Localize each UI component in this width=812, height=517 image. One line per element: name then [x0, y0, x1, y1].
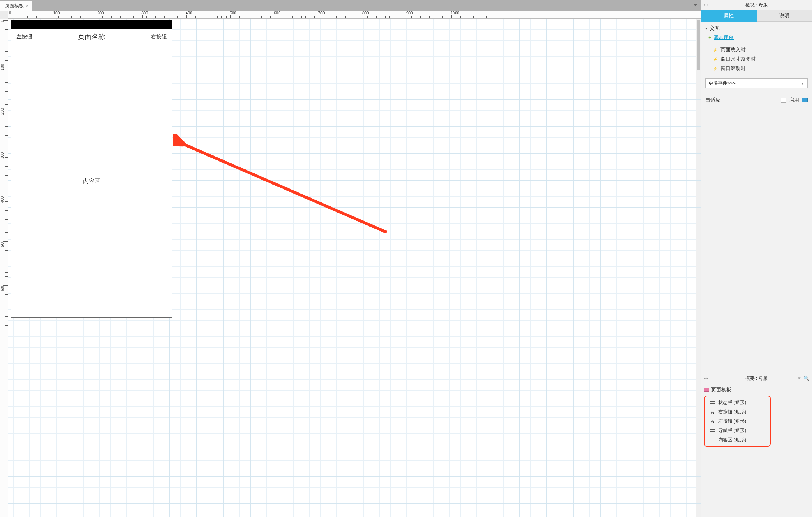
outline-header: ⤢ 概要 : 母版 ▿ 🔍 [701, 373, 812, 383]
inspector-title: 检视 : 母版 [745, 2, 768, 8]
canvas[interactable]: 左按钮 页面名称 右按钮 内容区 [8, 19, 701, 517]
scrollbar-thumb[interactable] [697, 20, 700, 70]
nav-right-button[interactable]: 右按钮 [151, 33, 167, 40]
event-on-window-scroll[interactable]: 窗口滚动时 [713, 64, 808, 73]
text-icon: A [710, 419, 715, 423]
outline-item-nav-bar[interactable]: 导航栏 (矩形) [710, 426, 770, 435]
adaptive-label: 自适应 [705, 97, 720, 103]
expand-icon[interactable]: ⤢ [703, 375, 710, 382]
nav-title[interactable]: 页面名称 [78, 32, 105, 42]
add-case-button[interactable]: + 添加用例 [708, 34, 808, 41]
outline-title: 概要 : 母版 [745, 375, 768, 382]
event-on-window-resize[interactable]: 窗口尺寸改变时 [713, 55, 808, 64]
more-events-dropdown[interactable]: 更多事件>>> ▼ [705, 78, 808, 88]
content-area-shape[interactable]: 内容区 [11, 45, 172, 317]
adaptive-checkbox[interactable] [781, 98, 786, 103]
search-icon[interactable]: 🔍 [803, 376, 809, 381]
outline-root[interactable]: 页面模板 [704, 386, 809, 394]
expand-icon[interactable]: ⤢ [703, 1, 710, 9]
rect-icon [710, 400, 715, 405]
nav-bar-shape[interactable]: 左按钮 页面名称 右按钮 [11, 29, 172, 45]
outline-item-right-button[interactable]: A 右按钮 (矩形) [710, 407, 770, 416]
nav-left-button[interactable]: 左按钮 [16, 33, 32, 40]
tab-page-template[interactable]: 页面模板 × [0, 1, 32, 11]
enable-label: 启用 [789, 97, 799, 103]
annotation-arrow [173, 134, 396, 256]
ruler-vertical[interactable]: 0100200300400500600 [0, 19, 8, 517]
content-label: 内容区 [83, 178, 100, 185]
text-icon: A [710, 410, 715, 414]
status-bar-shape[interactable] [11, 20, 172, 29]
master-icon [704, 388, 709, 392]
ruler-horizontal[interactable]: 01002003004005006007008009001000 [8, 11, 701, 19]
rect-icon [710, 428, 715, 433]
inspector-header: ⤢ 检视 : 母版 [701, 0, 812, 10]
event-icon [713, 66, 718, 71]
filter-icon[interactable]: ▿ [798, 376, 801, 381]
outline-item-left-button[interactable]: A 左按钮 (矩形) [710, 416, 770, 426]
outline-item-content-area[interactable]: 内容区 (矩形) [710, 435, 770, 444]
scrollbar-vertical[interactable] [696, 19, 701, 517]
section-interactions[interactable]: ▾ 交互 [705, 25, 808, 32]
tab-properties[interactable]: 属性 [701, 10, 757, 22]
outline-item-status-bar[interactable]: 状态栏 (矩形) [710, 398, 770, 407]
plus-icon: + [708, 34, 711, 41]
chevron-down-icon: ▾ [705, 26, 708, 31]
chevron-down-icon: ▼ [801, 81, 804, 85]
event-icon [713, 47, 718, 52]
mockup-frame[interactable]: 左按钮 页面名称 右按钮 内容区 [11, 20, 172, 318]
tab-bar: 页面模板 × [0, 0, 701, 11]
event-icon [713, 57, 718, 62]
close-icon[interactable]: × [26, 4, 29, 8]
tab-label: 页面模板 [5, 3, 24, 9]
device-icon[interactable] [802, 98, 808, 102]
tab-notes[interactable]: 说明 [757, 10, 812, 22]
event-on-page-load[interactable]: 页面载入时 [713, 45, 808, 55]
chevron-down-icon[interactable] [694, 4, 697, 6]
rect-icon [710, 438, 715, 442]
svg-line-1 [184, 144, 387, 232]
outline-highlight-box: 状态栏 (矩形) A 右按钮 (矩形) A 左按钮 (矩形) 导航栏 (矩形) [704, 396, 771, 447]
